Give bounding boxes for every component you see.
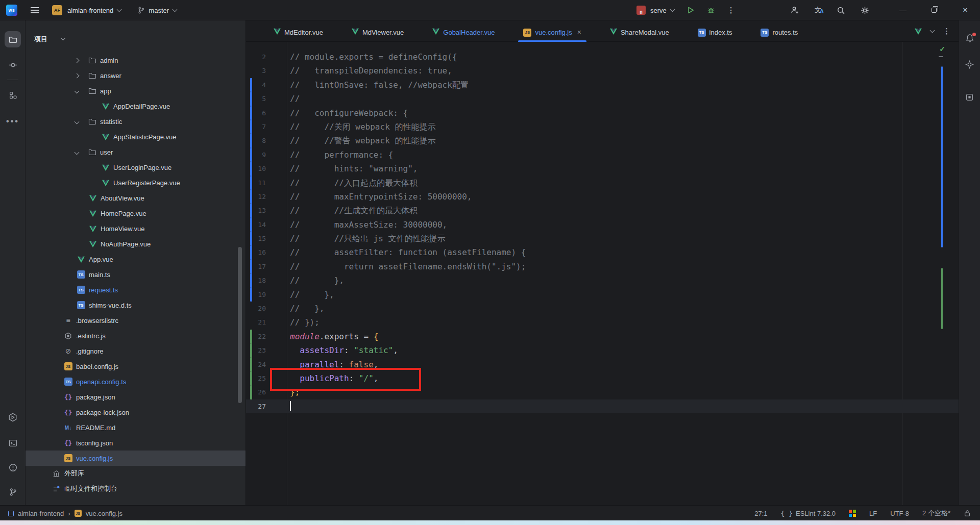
inspections-ok-icon[interactable]: ✓	[939, 45, 945, 53]
structure-tool-icon[interactable]	[5, 87, 21, 103]
close-button[interactable]: ×	[953, 0, 977, 20]
tree-item-NoAuthPage.vue[interactable]: NoAuthPage.vue	[26, 236, 246, 252]
line-number[interactable]: 23	[246, 343, 266, 357]
tree-chevron-right-icon[interactable]	[75, 73, 80, 79]
main-menu-icon[interactable]	[31, 7, 39, 13]
project-name[interactable]: aimian-frontend	[67, 7, 113, 14]
tree-chevron-down-icon[interactable]	[75, 89, 80, 94]
tree-chevron-down-icon[interactable]	[75, 119, 80, 124]
input-method-icon[interactable]	[849, 510, 856, 517]
tabs-chevron-down-icon[interactable]	[930, 28, 935, 33]
tab-routes.ts[interactable]: TSroutes.ts	[752, 20, 806, 42]
breadcrumb-project[interactable]: aimian-frontend	[18, 510, 64, 517]
line-number[interactable]: 19	[246, 288, 266, 302]
tree-item-user[interactable]: user	[26, 144, 246, 160]
tree-item-babel.config.js[interactable]: JSbabel.config.js	[26, 359, 246, 374]
tree-item-App.vue[interactable]: App.vue	[26, 252, 246, 267]
tree-chevron-right-icon[interactable]	[75, 58, 80, 63]
tree-item-package-lock.json[interactable]: {}package-lock.json	[26, 405, 246, 420]
branch-name[interactable]: master	[149, 7, 169, 14]
tab-MdViewer.vue[interactable]: MdViewer.vue	[344, 20, 412, 42]
tab-vue.config.js[interactable]: JSvue.config.js×	[515, 20, 589, 42]
tree-item-tsconfig.json[interactable]: {}tsconfig.json	[26, 435, 246, 451]
line-number[interactable]: 17	[246, 260, 266, 273]
line-number[interactable]: 3	[246, 64, 266, 78]
run-config-name[interactable]: serve	[650, 7, 667, 14]
caret-position-widget[interactable]: 27:1	[754, 510, 767, 517]
line-number[interactable]: 20	[246, 302, 266, 315]
project-panel-chevron-down-icon[interactable]	[61, 36, 66, 41]
tree-item-AppDetailPage.vue[interactable]: AppDetailPage.vue	[26, 98, 246, 114]
tree-item-.gitignore[interactable]: ⊘.gitignore	[26, 343, 246, 359]
line-number[interactable]: 18	[246, 273, 266, 287]
run-config-chevron-down-icon[interactable]	[670, 7, 675, 12]
line-number[interactable]: 5	[246, 92, 266, 106]
tab-MdEditor.vue[interactable]: MdEditor.vue	[265, 20, 331, 42]
branch-chevron-down-icon[interactable]	[173, 7, 178, 12]
ai-assistant-icon[interactable]	[965, 60, 974, 71]
line-number[interactable]: 2	[246, 50, 266, 64]
line-number[interactable]: 25	[246, 371, 266, 385]
vue-file-type-icon[interactable]	[915, 28, 922, 35]
line-number[interactable]: 14	[246, 218, 266, 232]
tree-item-vue.config.js[interactable]: JSvue.config.js	[26, 451, 246, 466]
line-number[interactable]: 21	[246, 315, 266, 329]
indent-widget[interactable]: 2 个空格*	[922, 509, 950, 518]
tree-item-README.md[interactable]: M↓README.md	[26, 420, 246, 435]
line-number[interactable]: 22	[246, 330, 266, 343]
tree-item-外部库[interactable]: 外部库	[26, 466, 246, 481]
code-with-me-icon[interactable]	[790, 6, 799, 15]
tree-item-package.json[interactable]: {}package.json	[26, 389, 246, 405]
line-number[interactable]: 24	[246, 358, 266, 371]
line-number[interactable]: 7	[246, 120, 266, 134]
code-editor[interactable]: 2// module.exports = defineConfig({3// t…	[246, 42, 959, 505]
line-number[interactable]: 26	[246, 385, 266, 399]
line-number[interactable]: 9	[246, 148, 266, 162]
tree-item-statistic[interactable]: statistic	[26, 114, 246, 129]
tree-item-shims-vue.d.ts[interactable]: TSshims-vue.d.ts	[26, 297, 246, 313]
project-avatar[interactable]: AF	[52, 5, 62, 15]
version-control-tool-icon[interactable]	[5, 484, 21, 500]
minimize-button[interactable]: —	[891, 0, 915, 20]
services-panel-icon[interactable]	[965, 93, 974, 104]
tabs-more-icon[interactable]: ⋮	[943, 27, 950, 36]
tree-item-answer[interactable]: answer	[26, 68, 246, 83]
tree-item-HomeView.vue[interactable]: HomeView.vue	[26, 221, 246, 236]
tree-item-临时文件和控制台[interactable]: 临时文件和控制台	[26, 481, 246, 496]
search-everywhere-icon[interactable]	[837, 6, 845, 15]
run-more-icon[interactable]: ⋮	[727, 6, 735, 15]
tree-item-HomePage.vue[interactable]: HomePage.vue	[26, 206, 246, 221]
line-ending-widget[interactable]: LF	[869, 510, 877, 517]
line-number[interactable]: 15	[246, 232, 266, 245]
readonly-unlock-icon[interactable]	[964, 510, 971, 517]
tree-item-.browserslistrc[interactable]: ≡.browserslistrc	[26, 313, 246, 328]
line-number[interactable]: 8	[246, 134, 266, 147]
more-tool-windows-icon[interactable]: •••	[5, 113, 21, 130]
tree-chevron-down-icon[interactable]	[75, 150, 80, 155]
tree-item-admin[interactable]: admin	[26, 53, 246, 68]
restore-button[interactable]	[922, 0, 946, 20]
tab-ShareModal.vue[interactable]: ShareModal.vue	[602, 20, 677, 42]
debug-button[interactable]	[707, 6, 715, 14]
tree-item-AppStatisticPage.vue[interactable]: AppStatisticPage.vue	[26, 129, 246, 144]
tree-item-request.ts[interactable]: TSrequest.ts	[26, 282, 246, 297]
eslint-widget[interactable]: { } ESLint 7.32.0	[781, 510, 836, 517]
tree-item-AboutView.vue[interactable]: AboutView.vue	[26, 190, 246, 206]
project-tool-icon[interactable]	[5, 31, 21, 47]
line-number[interactable]: 10	[246, 162, 266, 176]
tree-item-openapi.config.ts[interactable]: TSopenapi.config.ts	[26, 374, 246, 389]
tree-item-.eslintrc.js[interactable]: .eslintrc.js	[26, 328, 246, 343]
settings-gear-icon[interactable]	[861, 6, 869, 15]
problems-tool-icon[interactable]	[5, 459, 21, 476]
line-number[interactable]: 11	[246, 176, 266, 190]
tree-item-UserLoginPage.vue[interactable]: UserLoginPage.vue	[26, 160, 246, 175]
tree-item-main.ts[interactable]: TSmain.ts	[26, 267, 246, 282]
project-panel-header[interactable]: 项目	[26, 20, 246, 50]
services-tool-icon[interactable]	[5, 409, 21, 426]
tree-item-UserRegisterPage.vue[interactable]: UserRegisterPage.vue	[26, 175, 246, 190]
encoding-widget[interactable]: UTF-8	[890, 510, 909, 517]
breadcrumb-file[interactable]: vue.config.js	[86, 510, 122, 517]
line-number[interactable]: 6	[246, 106, 266, 120]
tab-GobalHeader.vue[interactable]: GobalHeader.vue	[424, 20, 503, 42]
line-number[interactable]: 16	[246, 245, 266, 259]
